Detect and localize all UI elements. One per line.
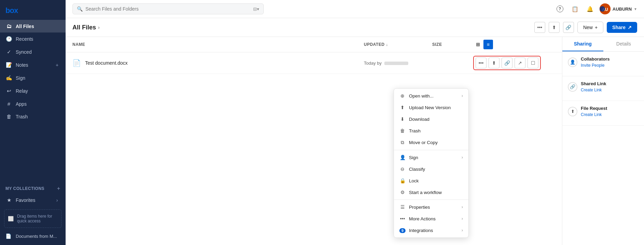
bell-button[interactable]: 🔔 (585, 3, 595, 14)
list-view-button[interactable]: ≡ (483, 40, 493, 49)
notes-icon: 📝 (5, 62, 12, 68)
sidebar-item-recents[interactable]: 🕐 Recents (0, 33, 66, 46)
link-icon: 🔗 (504, 60, 510, 66)
submenu-arrow-icon: › (462, 216, 463, 221)
menu-label: More Actions (409, 216, 436, 221)
sidebar-item-apps[interactable]: # Apps (0, 98, 66, 110)
header: 🔍 ⊟▾ ? 📋 🔔 AU (66, 0, 644, 18)
menu-item-more-actions[interactable]: ••• More Actions › (394, 213, 468, 224)
bookmark-icon: ☐ (531, 60, 535, 66)
create-shared-link[interactable]: Create Link (581, 88, 606, 92)
collaborators-info: Collaborators Invite People (581, 56, 610, 68)
sidebar-item-label: Apps (16, 101, 27, 107)
shared-link-section: 🔗 Shared Link Create Link (562, 76, 644, 101)
favorites-icon: ★ (5, 197, 12, 203)
svg-point-2 (600, 6, 605, 12)
menu-item-classify[interactable]: ⊖ Classify (394, 163, 468, 175)
col-updated-header[interactable]: UPDATED ↓ (364, 42, 432, 47)
menu-item-download[interactable]: ⬇ Download (394, 113, 468, 125)
notes-add-button[interactable]: + (54, 62, 60, 68)
file-share-button[interactable]: ↗ (515, 57, 525, 68)
favorites-label: Favorites (16, 197, 36, 203)
user-avatar[interactable]: AU AUBURN ▼ (600, 3, 637, 14)
more-options-icon: ••• (537, 25, 543, 30)
create-file-request-link[interactable]: Create Link (581, 112, 607, 117)
menu-item-upload-new-version[interactable]: ⬆ Upload New Version (394, 102, 468, 113)
doc-label: Documents from M... (16, 234, 57, 239)
sidebar-item-label: All Files (16, 24, 34, 29)
file-bookmark-button[interactable]: ☐ (527, 57, 538, 68)
right-panel: Sharing Details 👤 Collaborators Invite P… (562, 37, 644, 245)
menu-label: Classify (409, 167, 425, 172)
tab-sharing[interactable]: Sharing (562, 37, 603, 51)
sidebar-item-trash[interactable]: 🗑 Trash (0, 110, 66, 123)
favorites-add-button[interactable]: › (54, 197, 60, 203)
sidebar-logo: box (0, 0, 66, 20)
user-chevron-icon: ▼ (634, 7, 637, 11)
table-row[interactable]: 📄 Test document.docx Today by ••• ⬆ (66, 52, 562, 74)
file-more-button[interactable]: ••• (476, 57, 487, 68)
more-options-button[interactable]: ••• (534, 22, 545, 33)
view-toggle: ⊞ ≡ (473, 40, 555, 49)
sidebar-item-favorites[interactable]: ★ Favorites › (0, 194, 66, 207)
menu-item-open-with[interactable]: ⊕ Open with... › (394, 90, 468, 102)
all-files-icon: 🗂 (5, 23, 12, 29)
clipboard-icon: 📋 (572, 6, 578, 12)
file-link-button[interactable]: 🔗 (502, 57, 512, 68)
grid-icon: ⊞ (476, 42, 480, 47)
sort-arrow-icon: ↓ (386, 42, 388, 47)
content-area: NAME UPDATED ↓ SIZE ⊞ ≡ (66, 37, 644, 245)
synced-icon: ✓ (5, 49, 12, 55)
grid-view-button[interactable]: ⊞ (473, 40, 483, 49)
breadcrumb-arrow: › (98, 25, 100, 30)
file-request-title: File Request (581, 106, 607, 111)
menu-item-trash[interactable]: 🗑 Trash (394, 125, 468, 137)
link-button[interactable]: 🔗 (563, 22, 574, 33)
menu-label: Integrations (409, 228, 433, 233)
sign-icon: ✍ (5, 75, 12, 81)
help-button[interactable]: ? (554, 3, 565, 14)
col-size-header: SIZE (432, 42, 473, 47)
sidebar-item-sign[interactable]: ✍ Sign (0, 72, 66, 85)
menu-item-properties[interactable]: ☰ Properties › (394, 201, 468, 213)
menu-item-move-copy[interactable]: ⧉ Move or Copy (394, 137, 468, 149)
sidebar-item-relay[interactable]: ↩ Relay (0, 85, 66, 98)
avatar-image: AU (600, 3, 611, 14)
recents-icon: 🕐 (5, 36, 12, 42)
sidebar-doc-item[interactable]: 📄 Documents from M... (0, 231, 66, 242)
search-filter-icon[interactable]: ⊟▾ (253, 7, 259, 12)
sidebar-item-all-files[interactable]: 🗂 All Files (0, 20, 66, 33)
sidebar-item-label: Notes (16, 62, 28, 68)
share-button[interactable]: Share ↗ (607, 22, 637, 33)
col-name-header: NAME (72, 42, 364, 47)
file-list: NAME UPDATED ↓ SIZE ⊞ ≡ (66, 37, 562, 245)
workflow-icon: ⚙ (399, 190, 406, 195)
file-updated: Today by (364, 61, 432, 66)
help-icon: ? (557, 5, 563, 12)
shared-link-title: Shared Link (581, 81, 606, 86)
file-request-row: ⬆ File Request Create Link (568, 106, 639, 117)
sidebar-item-notes[interactable]: 📝 Notes + (0, 59, 66, 72)
clipboard-button[interactable]: 📋 (570, 3, 580, 14)
search-input[interactable] (85, 6, 250, 12)
file-upload-version-button[interactable]: ⬆ (489, 57, 499, 68)
sidebar-item-synced[interactable]: ✓ Synced (0, 46, 66, 59)
menu-item-integrations[interactable]: 9 Integrations › (394, 224, 468, 236)
tab-details[interactable]: Details (603, 37, 644, 51)
upload-button[interactable]: ⬆ (549, 22, 560, 33)
search-bar[interactable]: 🔍 ⊟▾ (72, 3, 264, 14)
collections-add-button[interactable]: + (57, 185, 60, 192)
share-arrow-icon: ↗ (518, 60, 522, 66)
submenu-arrow-icon: › (462, 205, 463, 209)
menu-item-sign[interactable]: 👤 Sign › (394, 152, 468, 163)
new-button[interactable]: New + (577, 22, 603, 33)
drag-drop-area: ⬜ Drag items here for quick access (4, 209, 61, 228)
sidebar-nav: 🗂 All Files 🕐 Recents ✓ Synced 📝 Notes +… (0, 20, 66, 180)
properties-icon: ☰ (399, 204, 406, 210)
sidebar-item-label: Trash (16, 114, 28, 119)
upload-icon: ⬆ (552, 25, 556, 30)
invite-people-link[interactable]: Invite People (581, 63, 610, 68)
menu-label: Trash (409, 128, 421, 133)
menu-item-workflow[interactable]: ⚙ Start a workflow (394, 186, 468, 198)
menu-item-lock[interactable]: 🔒 Lock (394, 175, 468, 186)
